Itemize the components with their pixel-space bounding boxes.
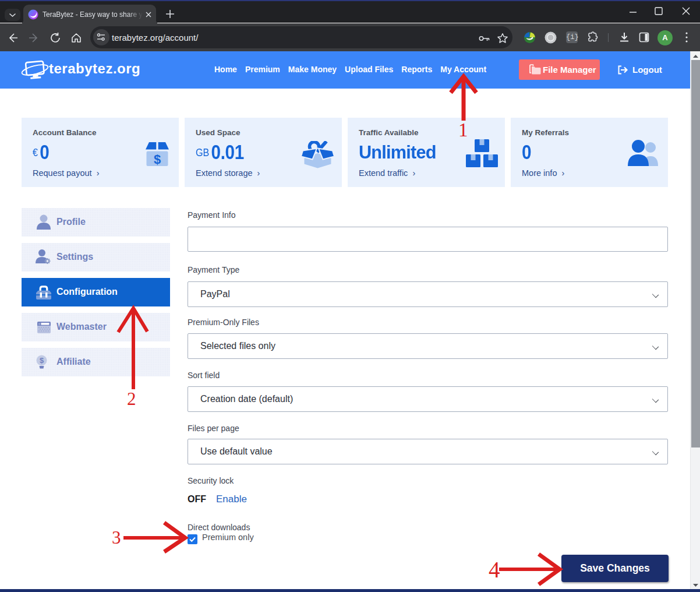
svg-text:$: $ — [154, 152, 161, 167]
svg-text:$: $ — [40, 356, 44, 365]
